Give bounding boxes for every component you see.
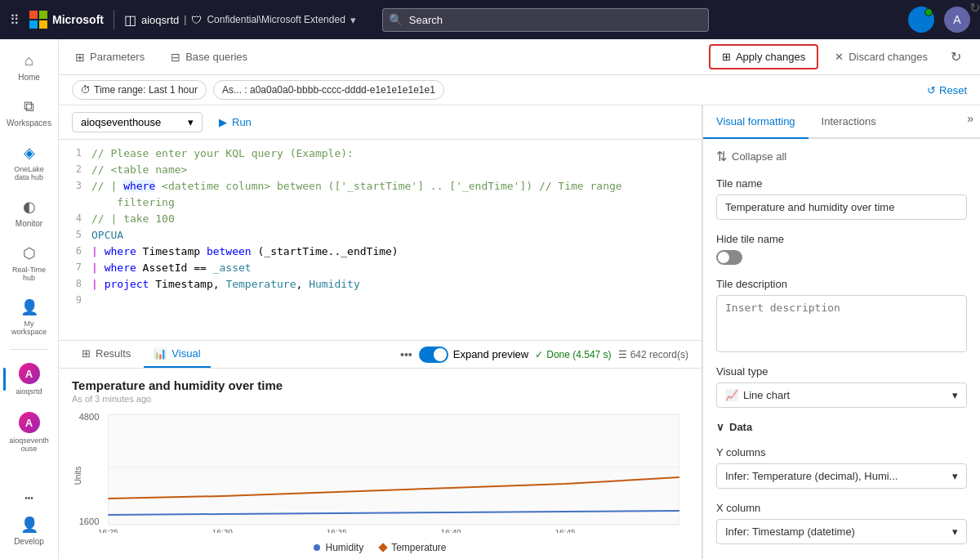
hide-tile-name-toggle-row (716, 250, 967, 265)
workspaces-icon: ⧉ (24, 98, 34, 115)
x-column-value: Infer: Timestamp (datetime) (725, 525, 855, 538)
status-done: ✓ Done (4.547 s) (535, 349, 611, 360)
hide-tile-name-toggle[interactable] (716, 250, 742, 265)
line-chart-icon: 📈 (725, 389, 738, 401)
subnav-parameters[interactable]: ⊞ Parameters (72, 39, 148, 74)
sidebar-label-monitor: Monitor (16, 219, 42, 228)
svg-text:16:40: 16:40 (441, 527, 461, 533)
tile-description-input[interactable] (716, 295, 967, 352)
sidebar-label-my-workspace: My workspace (7, 320, 52, 336)
topbar-right: A (908, 7, 970, 33)
tab-visual[interactable]: 📊 Visual (144, 341, 210, 368)
apply-changes-label: Apply changes (736, 51, 805, 63)
sidebar: ⌂ Home ⧉ Workspaces ◈ OneLake data hub ◐… (0, 39, 59, 559)
brand-name: Microsoft (52, 13, 104, 26)
records-icon: ☰ (618, 349, 627, 360)
expand-preview-toggle[interactable] (419, 347, 448, 363)
reset-label: Reset (939, 84, 967, 96)
tab-more-icon[interactable]: ••• (400, 348, 412, 361)
sidebar-item-develop[interactable]: 👤 Develop (3, 509, 56, 552)
apply-changes-button[interactable]: ⊞ Apply changes (709, 44, 818, 69)
sidebar-item-onelake[interactable]: ◈ OneLake data hub (3, 137, 56, 188)
toolbar-right: ↺ Reset (927, 84, 967, 96)
sidebar-item-my-workspace[interactable]: 👤 My workspace (3, 292, 56, 342)
visual-type-field: Visual type 📈 Line chart ▾ (716, 365, 967, 408)
subnav: ⊞ Parameters ⊟ Base queries ⊞ Apply chan… (59, 39, 980, 75)
x-column-select[interactable]: Infer: Timestamp (datetime) ▾ (716, 519, 967, 544)
my-workspace-icon: 👤 (20, 298, 38, 316)
parameters-label: Parameters (90, 51, 145, 63)
visual-label: Visual (172, 347, 200, 360)
aioqsrtd-avatar: A (19, 363, 40, 384)
data-section-header[interactable]: ∨ Data (716, 421, 967, 433)
y-columns-select[interactable]: Infer: Temperature (decimal), Humi... ▾ (716, 463, 967, 489)
discard-changes-button[interactable]: ✕ Discard changes (825, 46, 938, 68)
run-label: Run (232, 116, 252, 128)
apply-icon: ⊞ (722, 51, 731, 63)
workspace-selector[interactable]: ◫ aioqsrtd | 🛡 Confidential\Microsoft Ex… (124, 12, 356, 28)
asset-filter-button[interactable]: As... : a0a0a0a0-bbbb-cccc-dddd-e1e1e1e1… (213, 80, 444, 100)
code-line-7: 7 | where AssetId == _asset (59, 261, 702, 277)
subnav-base-queries[interactable]: ⊟ Base queries (167, 39, 251, 74)
hide-tile-name-label: Hide tile name (716, 233, 967, 245)
code-line-5: 5 OPCUA (59, 228, 702, 244)
code-editor[interactable]: 1 // Please enter your KQL query (Exampl… (59, 140, 702, 340)
legend-temperature: Temperature (380, 542, 446, 553)
sidebar-label-aioqseventhouse: aioqseventh ouse (7, 436, 52, 453)
sidebar-item-aioqsrtd[interactable]: A aioqsrtd (3, 356, 56, 402)
notification-bell[interactable] (908, 7, 934, 33)
refresh-button[interactable]: ↻ (944, 46, 967, 69)
chevron-down-icon: ▾ (952, 389, 958, 401)
run-button[interactable]: ▶ Run (209, 113, 261, 132)
editor-panel: aioqseventhouse ▾ ▶ Run 1 // Please ente… (59, 105, 980, 559)
reset-button[interactable]: ↺ Reset (927, 84, 967, 96)
time-range-button[interactable]: ⏱ Time range: Last 1 hour (72, 80, 207, 100)
tab-results[interactable]: ⊞ Results (72, 341, 140, 368)
sidebar-item-home[interactable]: ⌂ Home (3, 46, 56, 88)
results-label: Results (96, 347, 131, 360)
asset-label: As... : a0a0a0a0-bbbb-cccc-dddd-e1e1e1e1… (222, 84, 435, 96)
sidebar-item-monitor[interactable]: ◐ Monitor (3, 191, 56, 235)
code-line-3: 3 // | where <datetime column> between (… (59, 179, 702, 195)
hide-tile-name-field: Hide tile name (716, 233, 967, 265)
base-queries-icon: ⊟ (171, 51, 180, 64)
sidebar-label-home: Home (18, 73, 40, 82)
sidebar-item-workspaces[interactable]: ⧉ Workspaces (3, 92, 56, 134)
y-columns-value: Infer: Temperature (decimal), Humi... (725, 470, 898, 482)
svg-text:16:35: 16:35 (327, 527, 347, 533)
avatar[interactable]: A (944, 7, 970, 33)
visual-type-value: Line chart (743, 389, 790, 401)
search-box[interactable]: 🔍 (382, 8, 709, 32)
more-icon: ••• (24, 494, 33, 503)
chart-area: Temperature and humidity over time As of… (59, 369, 702, 559)
panel-expand-button[interactable]: » (960, 105, 980, 137)
tab-bar: ⊞ Results 📊 Visual ••• (59, 341, 702, 369)
legend-humidity: Humidity (314, 542, 363, 553)
visual-type-select[interactable]: 📈 Line chart ▾ (716, 382, 967, 408)
sidebar-label-onelake: OneLake data hub (7, 165, 52, 181)
workspace-icon: ◫ (124, 12, 136, 28)
sidebar-divider (10, 349, 49, 350)
grid-icon[interactable]: ⠿ (10, 12, 20, 28)
database-name: aioqseventhouse (81, 116, 161, 128)
chevron-down-icon: ▾ (952, 525, 958, 538)
collapse-all-button[interactable]: ⇅ Collapse all (716, 149, 967, 164)
chart-legend: Humidity Temperature (72, 542, 688, 553)
tile-name-input[interactable] (716, 195, 967, 220)
active-indicator (3, 368, 6, 391)
sidebar-item-realtime[interactable]: ⬡ Real-Time hub (3, 238, 56, 288)
sidebar-item-aioqseventhouse[interactable]: A aioqseventh ouse (3, 405, 56, 459)
search-input[interactable] (382, 8, 709, 32)
sidebar-label-aioqsrtd: aioqsrtd (16, 387, 42, 396)
database-selector[interactable]: aioqseventhouse ▾ (72, 112, 203, 132)
sidebar-item-more[interactable]: ••• (3, 487, 56, 509)
svg-rect-3 (108, 414, 679, 525)
svg-text:1600: 1600 (79, 517, 100, 526)
time-range-label: Time range: Last 1 hour (94, 84, 198, 96)
code-line-9: 9 (59, 293, 702, 310)
tab-visual-formatting[interactable]: Visual formatting (703, 105, 808, 139)
tab-interactions[interactable]: Interactions (808, 105, 889, 139)
query-header: aioqseventhouse ▾ ▶ Run (59, 105, 702, 140)
sidebar-bottom: ••• 👤 Develop (3, 487, 56, 552)
svg-text:16:45: 16:45 (555, 527, 576, 533)
